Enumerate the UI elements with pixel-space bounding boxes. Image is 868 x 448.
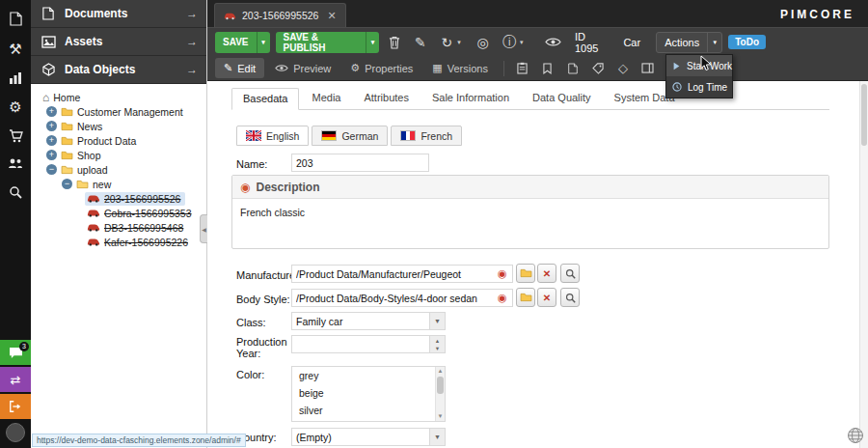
tab-properties[interactable]: ⚙ Properties <box>341 58 421 78</box>
name-input[interactable] <box>291 154 429 172</box>
rename-pencil-icon[interactable]: ✎ <box>410 32 430 53</box>
document-icon[interactable] <box>561 58 584 78</box>
info-icon[interactable]: ⓘ <box>499 32 520 53</box>
accordion-data-objects[interactable]: Data Objects → <box>31 56 206 84</box>
tab-preview[interactable]: Preview <box>266 58 339 78</box>
ecommerce-cart-icon[interactable] <box>0 124 31 149</box>
chevron-down-icon[interactable]: ▾ <box>707 32 721 53</box>
collapse-minus-icon[interactable]: − <box>62 179 72 189</box>
scrollbar-thumb[interactable] <box>437 377 444 394</box>
tree-item-shop[interactable]: + Shop <box>31 148 206 162</box>
tab-edit[interactable]: ✎ Edit <box>215 58 264 78</box>
layout-panel-icon[interactable] <box>637 58 660 78</box>
tree-item-new[interactable]: − new <box>31 177 206 191</box>
expand-plus-icon[interactable]: + <box>46 121 57 131</box>
body-style-open-button[interactable] <box>516 288 535 307</box>
color-multiselect[interactable]: grey beige silver ▲ ▼ <box>291 366 446 422</box>
listbox-scrollbar[interactable]: ▲ ▼ <box>435 367 445 421</box>
spinner-arrows-icon[interactable]: ▲▼ <box>429 336 445 352</box>
tree-item-product-data[interactable]: + Product Data <box>31 133 206 148</box>
manufacturer-search-button[interactable] <box>560 264 580 283</box>
chat-icon[interactable]: 3 <box>0 340 31 365</box>
tab-language-french[interactable]: French <box>391 126 462 146</box>
chat-badge: 3 <box>19 342 29 351</box>
tab-media[interactable]: Media <box>301 88 351 109</box>
tree-item-203[interactable]: 203-1566995526 <box>31 191 206 206</box>
chevron-down-icon[interactable]: ▾ <box>457 39 467 46</box>
workflow-status-badge[interactable]: ToDo <box>728 35 766 49</box>
tree-item-upload[interactable]: − upload <box>31 162 206 177</box>
save-publish-button[interactable]: SAVE & PUBLISH ▾ <box>276 32 379 53</box>
users-icon[interactable] <box>0 151 31 176</box>
logout-icon[interactable] <box>0 394 31 419</box>
color-option-grey[interactable]: grey <box>292 367 445 384</box>
tree-item-db3[interactable]: DB3-1566995468 <box>31 220 206 235</box>
delete-trash-icon[interactable] <box>385 32 405 53</box>
chevron-down-icon[interactable]: ▾ <box>520 39 529 46</box>
sync-icon[interactable]: ⇄ <box>0 367 31 392</box>
tree-item-news[interactable]: + News <box>31 119 206 133</box>
tree-item-kafer[interactable]: Kafer-1566995226 <box>31 235 206 249</box>
color-option-silver[interactable]: silver <box>292 402 445 419</box>
tag-icon[interactable] <box>586 58 610 78</box>
manufacturer-remove-button[interactable]: ✕ <box>537 264 556 283</box>
tab-attributes[interactable]: Attributes <box>353 88 419 109</box>
chevron-down-icon[interactable]: ▼ <box>429 429 445 445</box>
schedule-clipboard-icon[interactable] <box>511 58 534 78</box>
tab-versions[interactable]: ▦ Versions <box>423 58 497 78</box>
chevron-down-icon[interactable]: ▾ <box>257 32 270 53</box>
settings-gear-icon[interactable]: ⚙ <box>0 95 31 120</box>
scroll-up-icon[interactable]: ▲ <box>436 367 445 376</box>
description-editor[interactable]: French classic <box>232 199 828 226</box>
tab-basedata[interactable]: Basedata <box>231 88 299 110</box>
scrollbar-thumb[interactable] <box>861 84 867 146</box>
close-icon[interactable]: ✕ <box>327 10 336 22</box>
save-button[interactable]: SAVE ▾ <box>215 32 270 53</box>
info-button[interactable]: ⓘ ▾ <box>499 32 529 53</box>
manufacturer-input[interactable] <box>291 265 513 283</box>
content-scrollbar[interactable] <box>859 81 868 448</box>
body-style-input[interactable] <box>291 289 513 307</box>
scroll-down-icon[interactable]: ▼ <box>436 412 445 421</box>
reload-icon[interactable]: ↻ <box>436 32 457 53</box>
reload-button[interactable]: ↻ ▾ <box>436 32 467 53</box>
notes-bookmark-icon[interactable] <box>536 58 559 78</box>
expand-plus-icon[interactable]: + <box>46 135 57 146</box>
color-option-beige[interactable]: beige <box>292 384 445 402</box>
search-icon[interactable] <box>0 180 31 205</box>
expand-plus-icon[interactable]: + <box>46 150 57 160</box>
open-preview-eye-icon[interactable] <box>543 32 563 53</box>
workflow-diamond-icon[interactable]: ◇ <box>611 58 635 78</box>
user-avatar[interactable] <box>6 423 25 442</box>
file-icon[interactable] <box>0 6 31 31</box>
actions-dropdown-button[interactable]: Actions ▾ <box>656 32 722 53</box>
body-style-search-button[interactable] <box>560 288 580 307</box>
country-select[interactable]: (Empty) ▼ <box>291 428 446 446</box>
tab-sale-information[interactable]: Sale Information <box>421 88 520 109</box>
tree-item-cobra[interactable]: Cobra-1566995353 <box>31 206 206 220</box>
tree-item-customer-management[interactable]: + Customer Management <box>31 104 206 119</box>
manufacturer-open-button[interactable] <box>516 264 535 283</box>
expand-plus-icon[interactable]: + <box>46 106 57 117</box>
accordion-documents[interactable]: Documents → <box>31 0 206 28</box>
body-style-remove-button[interactable]: ✕ <box>537 288 556 307</box>
sidebar-collapse-handle[interactable]: ◀ <box>200 214 207 243</box>
chevron-down-icon[interactable]: ▼ <box>429 313 445 329</box>
tab-data-quality[interactable]: Data Quality <box>522 88 602 109</box>
tree-item-home[interactable]: ⌂ Home <box>31 90 206 104</box>
reports-icon[interactable] <box>0 66 31 91</box>
locate-in-tree-icon[interactable]: ◎ <box>473 32 493 53</box>
language-label: German <box>341 130 378 142</box>
collapse-minus-icon[interactable]: − <box>46 164 57 175</box>
chevron-down-icon[interactable]: ▾ <box>366 32 378 53</box>
globe-ball-icon[interactable] <box>847 427 864 446</box>
class-select[interactable]: Family car ▼ <box>291 312 446 330</box>
tab-object-203[interactable]: 203-1566995526 ✕ <box>214 3 346 27</box>
menu-item-start-work[interactable]: Start Work <box>666 55 732 76</box>
tools-icon[interactable]: ⚒ <box>0 37 31 62</box>
accordion-assets[interactable]: Assets → <box>31 28 206 56</box>
tab-language-english[interactable]: English <box>236 126 309 146</box>
production-year-spinner[interactable]: ▲▼ <box>291 335 446 353</box>
tab-language-german[interactable]: German <box>312 126 388 146</box>
menu-item-log-time[interactable]: Log Time <box>666 76 732 98</box>
